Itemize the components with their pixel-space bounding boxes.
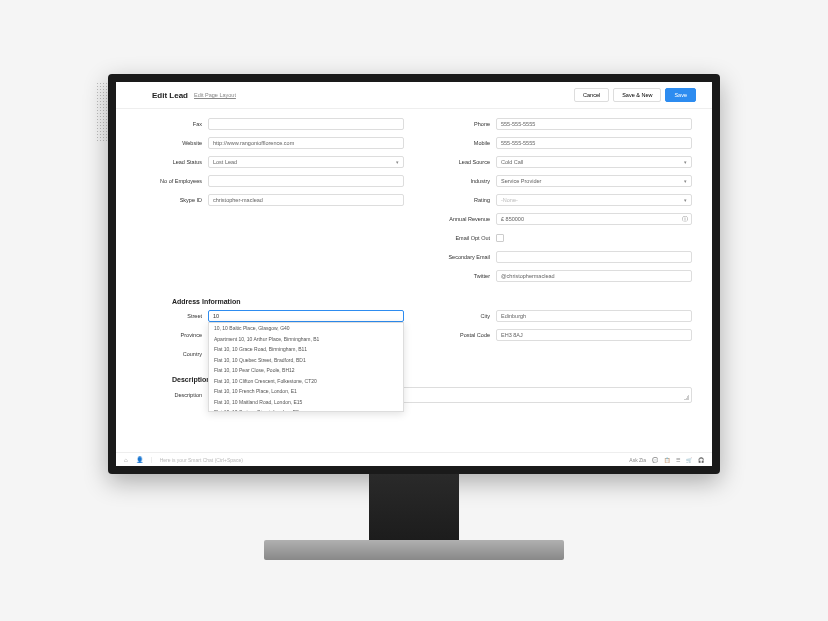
monitor-frame: Edit Lead Edit Page Layout Cancel Save &… bbox=[108, 74, 720, 474]
sec-email-input[interactable] bbox=[496, 251, 692, 263]
fax-input[interactable] bbox=[208, 118, 404, 130]
street-suggestion-item[interactable]: Flat 10, 10 Maitland Road, London, E15 bbox=[209, 397, 403, 408]
street-suggestion-item[interactable]: Flat 10, 10 French Place, London, E1 bbox=[209, 386, 403, 397]
monitor-stand bbox=[369, 474, 459, 550]
street-autocomplete-dropdown: 10, 10 Baltic Place, Glasgow, G40Apartme… bbox=[208, 322, 404, 412]
form-right-column: Phone 555-555-5555 Mobile 555-555-5555 L… bbox=[424, 117, 692, 288]
description-label: Description bbox=[136, 392, 208, 398]
phone-input[interactable]: 555-555-5555 bbox=[496, 118, 692, 130]
description-form: Description bbox=[116, 387, 712, 403]
street-suggestion-item[interactable]: Flat 10, 10 Clifton Crescent, Folkestone… bbox=[209, 376, 403, 387]
province-label: Province bbox=[136, 332, 208, 338]
smart-chat-search[interactable]: Here is your Smart Chat (Ctrl+Space) bbox=[151, 457, 291, 463]
app-screen: Edit Lead Edit Page Layout Cancel Save &… bbox=[116, 82, 712, 466]
form-left-column: Fax Website http://www.rangoniofflorence… bbox=[136, 117, 404, 288]
ask-zia-link[interactable]: Ask Zia bbox=[629, 457, 646, 463]
header-actions: Cancel Save & New Save bbox=[574, 88, 696, 102]
footer-bar: ⌂ 👤 Here is your Smart Chat (Ctrl+Space)… bbox=[116, 452, 712, 466]
home-icon[interactable]: ⌂ bbox=[124, 457, 128, 463]
employees-input[interactable] bbox=[208, 175, 404, 187]
street-suggestion-item[interactable]: Flat 10, 10 Scriven Street, London, E8 bbox=[209, 407, 403, 412]
fax-label: Fax bbox=[136, 121, 208, 127]
rating-select[interactable]: -None- bbox=[496, 194, 692, 206]
address-heading: Address Information bbox=[116, 294, 712, 309]
street-suggestion-item[interactable]: 10, 10 Baltic Place, Glasgow, G40 bbox=[209, 323, 403, 334]
website-label: Website bbox=[136, 140, 208, 146]
page-header: Edit Lead Edit Page Layout Cancel Save &… bbox=[116, 82, 712, 109]
lead-source-label: Lead Source bbox=[424, 159, 496, 165]
employees-label: No of Employees bbox=[136, 178, 208, 184]
info-icon[interactable]: ⓘ bbox=[682, 215, 688, 224]
lead-form: Fax Website http://www.rangoniofflorence… bbox=[116, 109, 712, 288]
optout-label: Email Opt Out bbox=[424, 235, 496, 241]
phone-label: Phone bbox=[424, 121, 496, 127]
lead-status-select[interactable]: Lost Lead bbox=[208, 156, 404, 168]
clipboard-icon[interactable]: 📋 bbox=[664, 457, 670, 463]
revenue-label: Annual Revenue bbox=[424, 216, 496, 222]
revenue-input[interactable]: £ 850000 bbox=[496, 213, 692, 225]
website-input[interactable]: http://www.rangoniofflorence.com bbox=[208, 137, 404, 149]
twitter-label: Twitter bbox=[424, 273, 496, 279]
city-input[interactable]: Edinburgh bbox=[496, 310, 692, 322]
bell-icon[interactable]: ☰ bbox=[676, 457, 680, 463]
email-optout-checkbox[interactable] bbox=[496, 234, 504, 242]
street-suggestion-item[interactable]: Flat 10, 10 Pear Close, Poole, BH12 bbox=[209, 365, 403, 376]
skype-input[interactable]: christopher-maclead bbox=[208, 194, 404, 206]
mobile-input[interactable]: 555-555-5555 bbox=[496, 137, 692, 149]
cart-icon[interactable]: 🛒 bbox=[686, 457, 692, 463]
edit-layout-link[interactable]: Edit Page Layout bbox=[194, 92, 236, 98]
description-heading: Description Information bbox=[116, 372, 712, 387]
industry-label: Industry bbox=[424, 178, 496, 184]
street-suggestion-item[interactable]: Flat 10, 10 Quebec Street, Bradford, BD1 bbox=[209, 355, 403, 366]
country-label: Country bbox=[136, 351, 208, 357]
monitor-base bbox=[264, 540, 564, 560]
street-suggestion-item[interactable]: Flat 10, 10 Grace Road, Birmingham, B11 bbox=[209, 344, 403, 355]
address-form: Street 10 10, 10 Baltic Place, Glasgow, … bbox=[116, 309, 712, 366]
page-title: Edit Lead bbox=[152, 91, 188, 100]
city-label: City bbox=[424, 313, 496, 319]
cancel-button[interactable]: Cancel bbox=[574, 88, 609, 102]
save-new-button[interactable]: Save & New bbox=[613, 88, 661, 102]
skype-label: Skype ID bbox=[136, 197, 208, 203]
chat-icon[interactable]: 💬 bbox=[652, 457, 658, 463]
postal-input[interactable]: EH3 8AJ bbox=[496, 329, 692, 341]
rating-label: Rating bbox=[424, 197, 496, 203]
user-icon[interactable]: 👤 bbox=[136, 456, 143, 463]
street-label: Street bbox=[136, 313, 208, 319]
street-input[interactable]: 10 bbox=[208, 310, 404, 322]
save-button[interactable]: Save bbox=[665, 88, 696, 102]
lead-source-select[interactable]: Cold Call bbox=[496, 156, 692, 168]
mobile-label: Mobile bbox=[424, 140, 496, 146]
sec-email-label: Secondary Email bbox=[424, 254, 496, 260]
headset-icon[interactable]: 🎧 bbox=[698, 457, 704, 463]
twitter-input[interactable]: @christophermaclead bbox=[496, 270, 692, 282]
industry-select[interactable]: Service Provider bbox=[496, 175, 692, 187]
postal-label: Postal Code bbox=[424, 332, 496, 338]
lead-status-label: Lead Status bbox=[136, 159, 208, 165]
street-suggestion-item[interactable]: Apartment 10, 10 Arthur Place, Birmingha… bbox=[209, 334, 403, 345]
